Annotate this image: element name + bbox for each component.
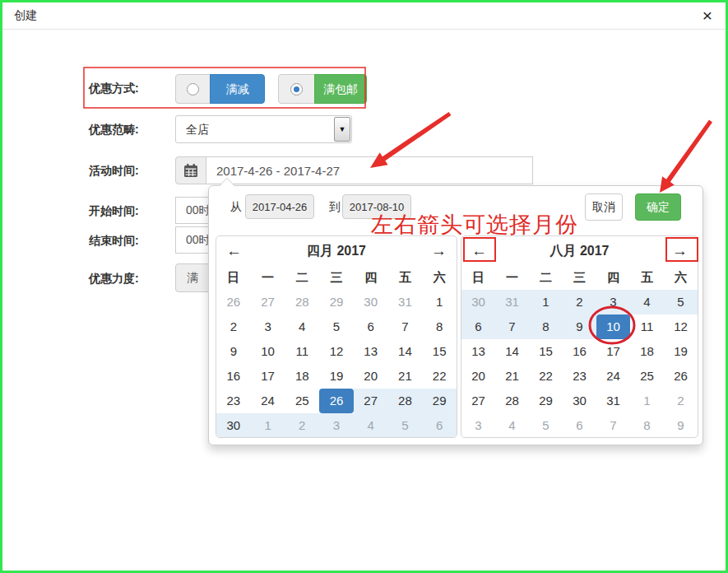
day-cell[interactable]: 20 — [461, 364, 495, 389]
day-cell[interactable]: 2 — [563, 290, 596, 314]
day-cell[interactable]: 6 — [461, 314, 495, 339]
day-cell[interactable]: 14 — [495, 339, 529, 364]
from-date-input[interactable] — [245, 194, 314, 219]
day-cell[interactable]: 19 — [319, 364, 354, 389]
day-cell[interactable]: 9 — [664, 413, 698, 438]
day-cell[interactable]: 24 — [596, 364, 630, 389]
day-cell[interactable]: 6 — [354, 314, 388, 339]
day-cell[interactable]: 7 — [388, 314, 423, 339]
day-cell[interactable]: 10 — [251, 339, 285, 364]
calendar-icon-addon[interactable] — [175, 156, 206, 184]
day-cell[interactable]: 28 — [285, 290, 319, 314]
day-cell[interactable]: 2 — [216, 314, 251, 339]
day-cell[interactable]: 4 — [630, 290, 664, 314]
day-cell[interactable]: 31 — [596, 389, 630, 413]
day-cell[interactable]: 15 — [422, 339, 457, 364]
next-month-icon[interactable]: → — [672, 241, 688, 261]
day-cell[interactable]: 25 — [285, 389, 319, 413]
radio-manbaoyou[interactable] — [278, 74, 315, 104]
day-cell[interactable]: 23 — [563, 364, 596, 389]
day-cell[interactable]: 21 — [495, 364, 529, 389]
next-month-icon[interactable]: → — [431, 241, 447, 261]
day-cell[interactable]: 8 — [422, 314, 457, 339]
day-cell-selected[interactable]: 26 — [319, 389, 354, 413]
day-cell[interactable]: 27 — [251, 290, 285, 314]
activity-time-input[interactable] — [206, 156, 533, 184]
day-cell[interactable]: 27 — [354, 389, 388, 413]
day-cell[interactable]: 2 — [285, 413, 319, 438]
day-cell[interactable]: 16 — [216, 364, 251, 389]
day-cell[interactable]: 20 — [354, 364, 388, 389]
day-cell[interactable]: 8 — [529, 314, 563, 339]
day-cell[interactable]: 29 — [529, 389, 563, 413]
cancel-button[interactable]: 取消 — [585, 193, 623, 221]
day-cell[interactable]: 22 — [529, 364, 563, 389]
day-cell[interactable]: 22 — [422, 364, 457, 389]
day-cell[interactable]: 6 — [563, 413, 596, 438]
radio-icon[interactable] — [290, 83, 303, 96]
day-cell[interactable]: 14 — [388, 339, 423, 364]
day-cell[interactable]: 15 — [529, 339, 563, 364]
day-cell[interactable]: 19 — [664, 339, 698, 364]
day-cell[interactable]: 3 — [251, 314, 285, 339]
day-cell[interactable]: 5 — [529, 413, 563, 438]
day-cell[interactable]: 23 — [216, 389, 251, 413]
day-cell[interactable]: 3 — [319, 413, 354, 438]
day-cell[interactable]: 26 — [664, 364, 698, 389]
day-cell[interactable]: 7 — [596, 413, 630, 438]
day-cell[interactable]: 29 — [422, 389, 457, 413]
day-cell[interactable]: 16 — [563, 339, 596, 364]
day-cell[interactable]: 30 — [216, 413, 251, 438]
day-cell[interactable]: 31 — [388, 290, 423, 314]
day-cell-selected[interactable]: 10 — [596, 314, 630, 339]
day-cell[interactable]: 1 — [529, 290, 563, 314]
day-cell[interactable]: 1 — [630, 389, 664, 413]
close-icon[interactable]: × — [702, 5, 712, 26]
day-cell[interactable]: 6 — [422, 413, 457, 438]
day-cell[interactable]: 28 — [495, 389, 529, 413]
chevron-down-icon[interactable]: ▼ — [334, 117, 350, 142]
day-cell[interactable]: 30 — [461, 290, 495, 314]
day-cell[interactable]: 11 — [630, 314, 664, 339]
scope-select[interactable]: 全店 ▼ — [175, 115, 352, 143]
day-cell[interactable]: 8 — [630, 413, 664, 438]
day-cell[interactable]: 25 — [630, 364, 664, 389]
day-cell[interactable]: 2 — [664, 389, 698, 413]
day-cell[interactable]: 13 — [461, 339, 495, 364]
day-cell[interactable]: 29 — [319, 290, 354, 314]
day-cell[interactable]: 12 — [664, 314, 698, 339]
day-cell[interactable]: 4 — [495, 413, 529, 438]
day-cell[interactable]: 17 — [596, 339, 630, 364]
day-cell[interactable]: 31 — [495, 290, 529, 314]
to-date-input[interactable] — [342, 194, 411, 219]
day-cell[interactable]: 5 — [319, 314, 354, 339]
confirm-button[interactable]: 确定 — [635, 193, 681, 221]
day-cell[interactable]: 21 — [388, 364, 423, 389]
day-cell[interactable]: 7 — [495, 314, 529, 339]
day-cell[interactable]: 28 — [388, 389, 423, 413]
radio-icon[interactable] — [187, 83, 199, 96]
day-cell[interactable]: 4 — [354, 413, 388, 438]
day-cell[interactable]: 27 — [461, 389, 495, 413]
manbaoyou-button[interactable]: 满包邮 — [314, 74, 367, 104]
day-cell[interactable]: 18 — [630, 339, 664, 364]
day-cell[interactable]: 17 — [251, 364, 285, 389]
day-cell[interactable]: 1 — [422, 290, 457, 314]
day-cell[interactable]: 4 — [285, 314, 319, 339]
day-cell[interactable]: 30 — [563, 389, 596, 413]
day-cell[interactable]: 5 — [664, 290, 698, 314]
day-cell[interactable]: 3 — [461, 413, 495, 438]
day-cell[interactable]: 11 — [285, 339, 319, 364]
day-cell[interactable]: 30 — [354, 290, 388, 314]
day-cell[interactable]: 3 — [596, 290, 630, 314]
day-cell[interactable]: 1 — [251, 413, 285, 438]
day-cell[interactable]: 12 — [319, 339, 354, 364]
day-cell[interactable]: 24 — [251, 389, 285, 413]
day-cell[interactable]: 5 — [388, 413, 423, 438]
radio-manjian[interactable] — [175, 74, 211, 104]
day-cell[interactable]: 13 — [354, 339, 388, 364]
day-cell[interactable]: 18 — [285, 364, 319, 389]
day-cell[interactable]: 9 — [563, 314, 596, 339]
manjian-button[interactable]: 满减 — [210, 74, 265, 104]
day-cell[interactable]: 26 — [216, 290, 251, 314]
